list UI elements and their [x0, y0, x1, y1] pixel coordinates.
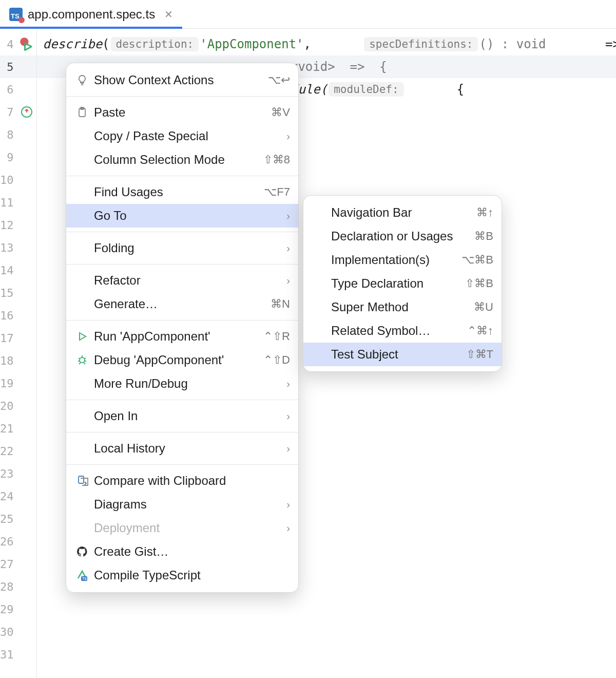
context-menu-item-generate[interactable]: Generate…⌘N [66, 292, 298, 316]
menu-item-label: Diagrams [94, 497, 276, 512]
menu-item-label: Column Selection Mode [94, 153, 259, 167]
menu-item-label: Deployment [94, 521, 276, 535]
line-number[interactable]: 18 [0, 349, 36, 372]
context-menu-item-create-gist[interactable]: Create Gist… [66, 540, 298, 563]
goto-submenu-item-related-symbol[interactable]: Related Symbol…⌃⌘↑ [303, 319, 502, 343]
line-number[interactable]: 27 [0, 553, 36, 575]
context-menu[interactable]: Show Context Actions⌥↩Paste⌘VCopy / Past… [66, 63, 299, 593]
goto-submenu-item-declaration-or-usages[interactable]: Declaration or Usages⌘B [303, 224, 502, 248]
type-sig: () : void [479, 37, 546, 51]
close-tab-icon[interactable]: ✕ [164, 8, 173, 21]
file-tab[interactable]: TS app.component.spec.ts ✕ [0, 0, 182, 28]
line-number[interactable]: 5 [0, 55, 36, 78]
line-number[interactable]: 12 [0, 214, 36, 236]
goto-submenu-item-implementation-s[interactable]: Implementation(s)⌥⌘B [303, 248, 502, 272]
keyboard-shortcut: ⌥↩ [268, 73, 290, 87]
run-gutter-icon[interactable] [19, 36, 34, 52]
submenu-arrow-icon: › [280, 443, 290, 455]
vcs-change-icon[interactable] [19, 104, 34, 120]
line-number[interactable]: 17 [0, 327, 36, 349]
keyboard-shortcut: ⌃⇧D [263, 353, 290, 367]
context-menu-item-folding[interactable]: Folding› [66, 236, 298, 260]
keyboard-shortcut: ⌘B [474, 230, 493, 243]
param-hint-description: description: [111, 37, 199, 51]
menu-separator [66, 232, 298, 232]
line-number[interactable]: 21 [0, 417, 36, 440]
code-line-4[interactable]: describe( description: 'AppComponent', s… [37, 33, 617, 55]
arrow-brace: => { [605, 37, 616, 51]
menu-item-label: Copy / Paste Special [94, 129, 276, 143]
context-menu-item-run-appcomponent[interactable]: Run 'AppComponent'⌃⇧R [66, 325, 298, 348]
keyboard-shortcut: ⌥F7 [264, 185, 290, 199]
line-number[interactable]: 7 [0, 101, 36, 123]
line-number[interactable]: 22 [0, 440, 36, 462]
context-menu-item-refactor[interactable]: Refactor› [66, 269, 298, 292]
submenu-arrow-icon: › [280, 522, 290, 534]
line-number[interactable]: 11 [0, 191, 36, 214]
play-icon [74, 330, 90, 343]
line-number[interactable]: 28 [0, 575, 36, 598]
menu-item-label: Navigation Bar [331, 205, 472, 220]
context-menu-item-show-context-actions[interactable]: Show Context Actions⌥↩ [66, 68, 298, 92]
keyboard-shortcut: ⇧⌘B [465, 277, 493, 290]
menu-item-label: Implementation(s) [331, 253, 457, 267]
typescript-file-icon: TS [9, 8, 23, 21]
context-menu-item-paste[interactable]: Paste⌘V [66, 101, 298, 124]
line-number[interactable]: 4 [0, 33, 36, 55]
line-number-gutter: 4567891011121314151617181920212223242526… [0, 29, 37, 678]
line-number[interactable]: 23 [0, 462, 36, 485]
submenu-arrow-icon: › [280, 499, 290, 511]
line-number[interactable]: 31 [0, 643, 36, 666]
line-number[interactable]: 13 [0, 236, 36, 259]
tab-filename: app.component.spec.ts [28, 7, 155, 22]
menu-item-label: Go To [94, 209, 276, 223]
keyboard-shortcut: ⌥⌘B [461, 253, 493, 267]
line-number[interactable]: 14 [0, 259, 36, 281]
line-number[interactable]: 9 [0, 146, 36, 168]
menu-item-label: Create Gist… [94, 544, 290, 559]
context-menu-item-column-selection-mode[interactable]: Column Selection Mode⇧⌘8 [66, 148, 298, 172]
line-number[interactable]: 19 [0, 372, 36, 394]
goto-submenu-item-navigation-bar[interactable]: Navigation Bar⌘↑ [303, 201, 502, 224]
goto-submenu[interactable]: Navigation Bar⌘↑Declaration or Usages⌘BI… [303, 195, 502, 372]
line-number[interactable]: 20 [0, 394, 36, 417]
line-number[interactable]: 24 [0, 485, 36, 507]
menu-item-label: Local History [94, 441, 276, 456]
keyboard-shortcut: ⌘U [474, 300, 493, 314]
menu-separator [66, 264, 298, 265]
context-menu-item-open-in[interactable]: Open In› [66, 404, 298, 428]
context-menu-item-find-usages[interactable]: Find Usages⌥F7 [66, 180, 298, 204]
context-menu-item-compile-typescript[interactable]: TSCompile TypeScript [66, 563, 298, 587]
keyboard-shortcut: ⇧⌘8 [263, 153, 290, 166]
line-number[interactable]: 15 [0, 281, 36, 304]
keyboard-shortcut: ⌘↑ [476, 206, 493, 219]
context-menu-item-diagrams[interactable]: Diagrams› [66, 493, 298, 516]
goto-submenu-item-test-subject[interactable]: Test Subject⇧⌘T [303, 343, 502, 366]
line-number[interactable]: 26 [0, 530, 36, 553]
menu-item-label: Super Method [331, 300, 470, 314]
line-number[interactable]: 6 [0, 78, 36, 101]
menu-separator [66, 320, 298, 321]
context-menu-item-copy-paste-special[interactable]: Copy / Paste Special› [66, 124, 298, 148]
context-menu-item-go-to[interactable]: Go To› [66, 204, 298, 228]
menu-item-label: Find Usages [94, 185, 260, 199]
submenu-arrow-icon: › [280, 410, 290, 422]
menu-item-label: Paste [94, 105, 267, 120]
line-number[interactable]: 30 [0, 620, 36, 643]
line-number[interactable]: 10 [0, 168, 36, 191]
line-number[interactable]: 25 [0, 507, 36, 530]
context-menu-item-compare-with-clipboard[interactable]: Compare with Clipboard [66, 469, 298, 493]
menu-item-label: Compare with Clipboard [94, 474, 290, 488]
compare-icon [74, 475, 90, 487]
goto-submenu-item-type-declaration[interactable]: Type Declaration⇧⌘B [303, 272, 502, 295]
context-menu-item-debug-appcomponent[interactable]: Debug 'AppComponent'⌃⇧D [66, 348, 298, 372]
menu-item-label: Show Context Actions [94, 73, 264, 87]
line-number[interactable]: 8 [0, 123, 36, 146]
goto-submenu-item-super-method[interactable]: Super Method⌘U [303, 295, 502, 319]
context-menu-item-local-history[interactable]: Local History› [66, 437, 298, 460]
line-number[interactable]: 16 [0, 304, 36, 327]
line-number[interactable]: 29 [0, 598, 36, 620]
context-menu-item-more-run-debug[interactable]: More Run/Debug› [66, 372, 298, 396]
menu-item-label: Run 'AppComponent' [94, 329, 259, 344]
menu-item-label: Compile TypeScript [94, 568, 290, 582]
